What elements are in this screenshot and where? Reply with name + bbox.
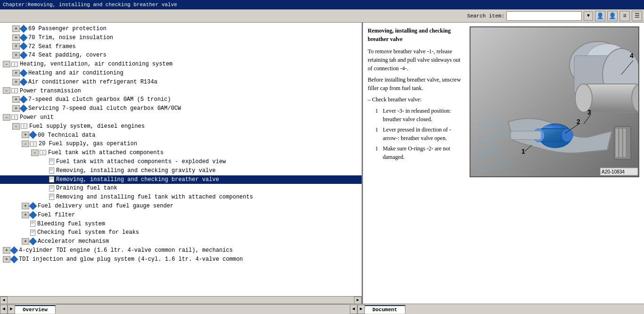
right-status: ◄ ► Document — [350, 304, 644, 314]
tree-label-17: Removing, installing and checking breath… — [56, 176, 219, 183]
svg-text:4: 4 — [630, 52, 634, 59]
tree-item-15[interactable]: Fuel tank with attached components - exp… — [0, 157, 362, 166]
tree-item-7[interactable]: -Power transmission — [0, 87, 362, 96]
tab-overview[interactable]: Overview — [15, 305, 56, 314]
tree-item-25[interactable]: +4-cylinder TDI engine (1.6 ltr. 4-valve… — [0, 246, 362, 255]
tree-item-26[interactable]: +TDI injection and glow plug system (4-c… — [0, 255, 362, 264]
left-status: ◄ ► Overview — [0, 304, 56, 314]
svg-text:1: 1 — [521, 148, 525, 155]
tree-item-11[interactable]: -Fuel supply system, diesel engines — [0, 122, 362, 131]
tree-label-0: 69 Passenger protection — [28, 25, 107, 32]
tree-label-8: 7-speed dual clutch gearbox 0AM (S troni… — [28, 96, 171, 103]
tree-container[interactable]: +69 Passenger protection+70 Trim, noise … — [0, 23, 362, 296]
tree-item-16[interactable]: Removing, installing and checking gravit… — [0, 166, 362, 175]
tree-item-23[interactable]: Checking fuel system for leaks — [0, 228, 362, 237]
search-label: Search item: — [467, 13, 504, 19]
svg-rect-9 — [616, 129, 618, 157]
tree-label-2: 72 Seat frames — [28, 43, 76, 50]
tree-item-9[interactable]: +Servicing 7-speed dual clutch gearbox 0… — [0, 104, 362, 113]
status-bar: ◄ ► Overview ◄ ► Document — [0, 304, 644, 314]
tree-label-24: Accelerator mechanism — [38, 238, 109, 245]
main-container: +69 Passenger protection+70 Trim, noise … — [0, 23, 644, 304]
tree-label-3: 74 Seat padding, covers — [28, 52, 107, 58]
tree-label-4: Heating, ventilation, air conditioning s… — [20, 61, 173, 67]
tree-item-2[interactable]: +72 Seat frames — [0, 42, 362, 51]
tree-item-18[interactable]: Draining fuel tank — [0, 184, 362, 193]
doc-image: 1 2 3 4 a2y man uals .co.uk — [470, 26, 639, 177]
tree-item-10[interactable]: -Power unit — [0, 113, 362, 122]
svg-text:A20-10834: A20-10834 — [602, 169, 625, 174]
user-icon-1[interactable]: 👤 — [595, 11, 605, 21]
tree-label-25: 4-cylinder TDI engine (1.6 ltr. 4-valve … — [19, 247, 233, 254]
tree-item-0[interactable]: +69 Passenger protection — [0, 25, 362, 33]
tree-label-7: Power transmission — [20, 88, 81, 94]
tree-item-20[interactable]: +Fuel delivery unit and fuel gauge sende… — [0, 202, 362, 211]
tree-item-21[interactable]: +Fuel filter — [0, 211, 362, 220]
tree-label-10: Power unit — [20, 114, 54, 121]
tree-item-6[interactable]: +Air conditioner with refrigerant R134a — [0, 78, 362, 87]
left-pane: +69 Passenger protection+70 Trim, noise … — [0, 23, 363, 304]
tree-item-24[interactable]: +Accelerator mechanism — [0, 237, 362, 246]
doc-content: Removing, installing and checking breath… — [363, 23, 644, 304]
tree-item-8[interactable]: +7-speed dual clutch gearbox 0AM (S tron… — [0, 95, 362, 104]
tree-label-26: TDI injection and glow plug system (4-cy… — [19, 256, 243, 263]
tree-label-23: Checking fuel system for leaks — [37, 229, 139, 236]
svg-rect-18 — [511, 131, 541, 140]
right-nav-next[interactable]: ► — [357, 305, 365, 314]
tree-label-13: 20 Fuel supply, gas operation — [39, 140, 137, 147]
tree-label-11: Fuel supply system, diesel engines — [29, 123, 145, 130]
tree-label-9: Servicing 7-speed dual clutch gearbox 0A… — [28, 105, 181, 112]
tree-item-3[interactable]: +74 Seat padding, covers — [0, 51, 362, 60]
menu-icon-1[interactable]: ≡ — [619, 11, 630, 21]
right-nav-prev[interactable]: ◄ — [350, 305, 357, 314]
doc-image-area: 1 2 3 4 a2y man uals .co.uk — [470, 26, 639, 300]
title-text: Chapter:Removing, installing and checkin… — [3, 2, 177, 8]
hscroll-left[interactable]: ◄ — [0, 297, 8, 304]
right-pane: Removing, installing and checking breath… — [363, 23, 644, 304]
doc-title: Removing, installing and checking breath… — [368, 26, 465, 43]
tree-label-22: Bleeding fuel system — [37, 221, 105, 227]
tree-label-19: Removing and installing fuel tank with a… — [56, 194, 253, 200]
tree-item-17[interactable]: Removing, installing and checking breath… — [0, 175, 362, 184]
tree-label-20: Fuel delivery unit and fuel gauge sender — [38, 203, 173, 209]
search-input[interactable] — [506, 11, 582, 21]
tab-document[interactable]: Document — [365, 305, 405, 314]
search-dropdown[interactable]: ▼ — [584, 11, 593, 21]
tree-label-6: Air conditioner with refrigerant R134a — [28, 79, 157, 85]
mechanical-diagram: 1 2 3 4 a2y man uals .co.uk — [471, 27, 639, 177]
doc-item-1: 1 Lever -3- in released position: breath… — [368, 107, 465, 124]
tree-label-18: Draining fuel tank — [56, 185, 117, 191]
menu-icon-2[interactable]: ☰ — [632, 11, 642, 21]
svg-point-17 — [561, 129, 573, 142]
left-nav-prev[interactable]: ◄ — [0, 305, 8, 314]
tree-item-1[interactable]: +70 Trim, noise insulation — [0, 33, 362, 42]
tree-item-13[interactable]: -20 Fuel supply, gas operation — [0, 140, 362, 149]
doc-text: Removing, installing and checking breath… — [368, 26, 465, 300]
tree-label-12: 00 Technical data — [38, 132, 95, 139]
tree-label-15: Fuel tank with attached components - exp… — [56, 158, 226, 165]
tree-label-5: Heating and air conditioning — [28, 70, 124, 76]
tree-label-1: 70 Trim, noise insulation — [28, 34, 113, 41]
svg-point-6 — [575, 84, 592, 112]
tree-label-16: Removing, installing and checking gravit… — [56, 167, 215, 174]
tree-item-22[interactable]: Bleeding fuel system — [0, 220, 362, 229]
hscroll-right[interactable]: ► — [354, 297, 362, 304]
tree-item-19[interactable]: Removing and installing fuel tank with a… — [0, 193, 362, 202]
tree-item-14[interactable]: -Fuel tank with attached components — [0, 149, 362, 157]
tree-item-12[interactable]: +00 Technical data — [0, 131, 362, 140]
svg-rect-10 — [619, 129, 622, 157]
doc-bullet-1: – Check breather valve: — [368, 95, 465, 104]
doc-para-2: Before installing breather valve, unscre… — [368, 75, 465, 92]
doc-item-3: 1 Make sure O-rings -2- are not damaged. — [368, 144, 465, 161]
tree-label-14: Fuel tank with attached components — [48, 149, 164, 156]
tree-label-21: Fuel filter — [38, 212, 75, 218]
doc-item-2: 1 Lever pressed in direction of -arrow-:… — [368, 125, 465, 142]
toolbar: Search item: ▼ 👤 👤 ≡ ☰ — [0, 9, 644, 23]
tree-item-5[interactable]: +Heating and air conditioning — [0, 69, 362, 78]
tree-item-4[interactable]: -Heating, ventilation, air conditioning … — [0, 60, 362, 69]
doc-para-1: To remove breather valve -1-, release re… — [368, 47, 465, 73]
user-icon-2[interactable]: 👤 — [607, 11, 618, 21]
title-bar: Chapter:Removing, installing and checkin… — [0, 0, 644, 9]
left-nav-next[interactable]: ► — [8, 305, 15, 314]
svg-rect-11 — [623, 129, 626, 157]
